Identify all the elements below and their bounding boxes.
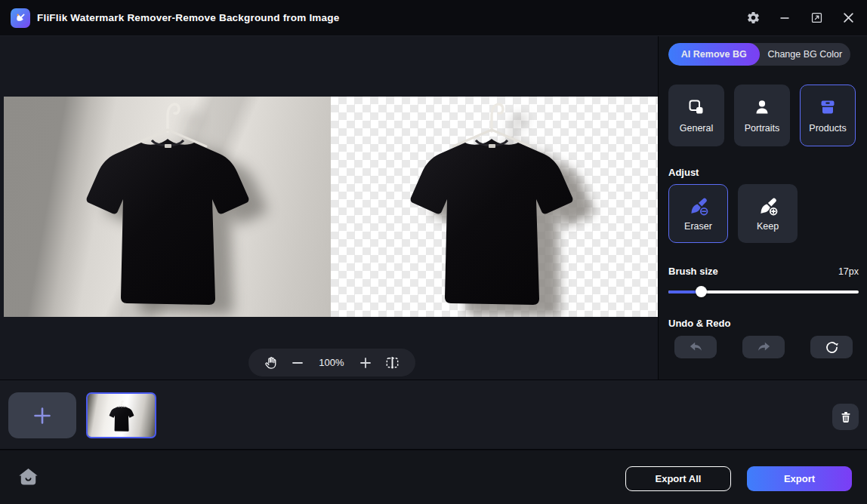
close-icon[interactable] xyxy=(840,10,856,26)
original-image xyxy=(4,97,331,317)
category-portraits[interactable]: Portraits xyxy=(734,85,790,146)
category-products[interactable]: Products xyxy=(800,85,856,146)
adjust-tools: Eraser Keep xyxy=(668,184,859,243)
image-thumbnail-selected[interactable] xyxy=(86,392,156,438)
reset-button[interactable] xyxy=(810,336,853,358)
keep-brush-icon xyxy=(758,196,778,216)
settings-gear-icon[interactable] xyxy=(745,10,761,26)
person-icon xyxy=(753,98,771,116)
history-section-title: Undo & Redo xyxy=(668,318,859,329)
app-logo-icon xyxy=(11,8,30,28)
window-title: FliFlik Watermark Remover-Remove Backgro… xyxy=(37,12,339,23)
trash-icon xyxy=(839,410,853,424)
category-label: Portraits xyxy=(745,123,780,134)
history-buttons xyxy=(674,336,853,358)
add-plus-icon xyxy=(32,406,52,426)
tab-ai-remove-bg[interactable]: AI Remove BG xyxy=(668,43,760,66)
home-button[interactable] xyxy=(17,466,40,489)
compare-stage xyxy=(4,97,658,317)
split-compare-icon[interactable] xyxy=(384,355,400,370)
canvas-toolbar: 100% xyxy=(248,349,415,376)
brush-slider-thumb[interactable] xyxy=(696,286,707,297)
editor-canvas[interactable]: 100% xyxy=(0,36,658,380)
export-all-button[interactable]: Export All xyxy=(625,466,731,491)
zoom-in-icon[interactable] xyxy=(359,357,372,369)
tool-label: Keep xyxy=(757,221,779,232)
general-shapes-icon xyxy=(687,98,705,116)
category-label: General xyxy=(680,123,713,134)
titlebar: FliFlik Watermark Remover-Remove Backgro… xyxy=(0,0,867,36)
home-icon xyxy=(17,466,40,489)
adjust-section-title: Adjust xyxy=(668,167,859,178)
maximize-icon[interactable] xyxy=(808,10,825,26)
minimize-icon[interactable] xyxy=(776,10,793,26)
redo-button[interactable] xyxy=(742,336,785,358)
brush-size-value: 17px xyxy=(838,266,859,277)
filmstrip-bar xyxy=(0,380,867,450)
window-controls xyxy=(745,10,856,26)
tool-label: Eraser xyxy=(684,221,712,232)
keep-tool[interactable]: Keep xyxy=(738,184,798,243)
zoom-level: 100% xyxy=(316,357,347,368)
category-row: General Portraits Products xyxy=(668,85,859,146)
brush-size-slider[interactable] xyxy=(668,286,859,297)
result-image-transparent-bg[interactable] xyxy=(331,97,658,317)
redo-arrow-icon xyxy=(756,340,772,355)
eraser-tool[interactable]: Eraser xyxy=(668,184,728,243)
reset-refresh-icon xyxy=(824,340,840,355)
export-button[interactable]: Export xyxy=(747,466,852,491)
side-panel: AI Remove BG Change BG Color General Por… xyxy=(658,36,867,380)
thumbnail-tee-art xyxy=(107,396,136,435)
mode-tabs: AI Remove BG Change BG Color xyxy=(668,43,850,66)
category-label: Products xyxy=(809,123,846,134)
bottom-bar: Export All Export xyxy=(0,450,867,504)
tab-change-bg-color[interactable]: Change BG Color xyxy=(760,43,851,66)
undo-button[interactable] xyxy=(674,336,717,358)
add-image-button[interactable] xyxy=(8,392,76,438)
eraser-brush-icon xyxy=(689,196,708,216)
category-general[interactable]: General xyxy=(668,85,724,146)
undo-arrow-icon xyxy=(688,340,704,355)
brush-size-label: Brush size xyxy=(668,266,718,277)
hand-pan-icon[interactable] xyxy=(264,355,279,370)
product-box-icon xyxy=(819,98,837,116)
zoom-out-icon[interactable] xyxy=(292,357,304,369)
delete-image-button[interactable] xyxy=(832,404,859,430)
